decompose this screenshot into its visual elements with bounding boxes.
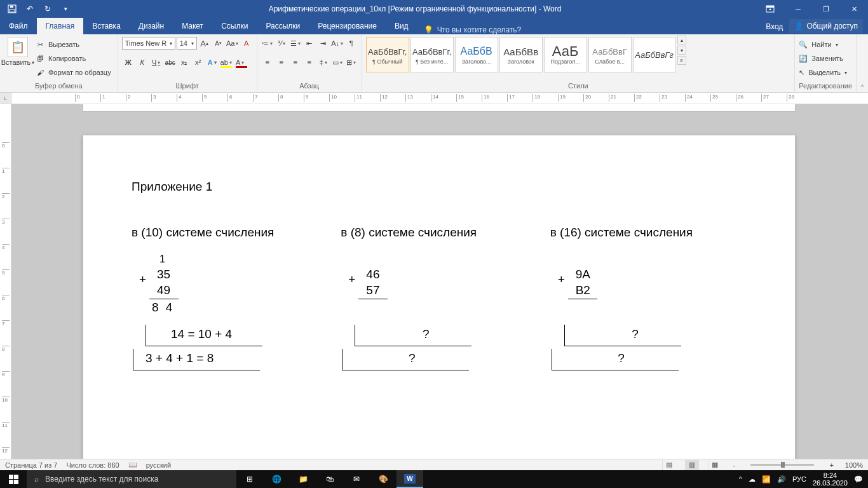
dec-indent-button[interactable]: ⇤ [303,37,316,50]
mail-icon[interactable]: ✉ [343,470,370,488]
style-normal[interactable]: АаБбВвГг,¶ Обычный [366,37,409,72]
tab-design[interactable]: Дизайн [130,18,173,34]
style-subtitle[interactable]: АаБПодзагол... [544,37,587,72]
tray-wifi-icon[interactable]: 📶 [762,475,771,484]
page[interactable]: Приложение 1 в (10) системе счисления 1 … [83,135,796,459]
save-icon[interactable] [4,1,20,17]
tray-volume-icon[interactable]: 🔊 [777,475,786,484]
font-name-select[interactable]: Times New R▾ [122,37,175,50]
clear-format-button[interactable]: A [240,37,253,50]
status-words[interactable]: Число слов: 860 [66,461,119,469]
ruler-vertical[interactable]: 01234567891011121314 [0,104,11,459]
text-effects-button[interactable]: A [206,56,219,69]
tab-home[interactable]: Главная [37,18,84,34]
justify-button[interactable]: ≡ [303,56,316,69]
shading-button[interactable]: ▭ [331,56,344,69]
status-language[interactable]: русский [146,461,171,469]
collapse-ribbon-button[interactable]: ^ [857,34,868,92]
group-label-font: Шрифт [122,82,253,92]
scissors-icon: ✂ [36,41,44,49]
find-button[interactable]: 🔍Найти ▾ [799,38,847,51]
undo-icon[interactable]: ↶ [22,1,38,17]
zoom-level[interactable]: 100% [845,461,863,469]
tab-mailings[interactable]: Рассылки [257,18,309,34]
store-icon[interactable]: 🛍 [316,470,343,488]
maximize-icon[interactable]: ❐ [812,0,840,18]
format-painter-button[interactable]: 🖌Формат по образцу [36,66,111,79]
subscript-button[interactable]: x₂ [178,56,191,69]
ruler-horizontal[interactable]: L 01234567891011121314151617181920212223… [0,93,868,104]
edge-icon[interactable]: 🌐 [263,470,290,488]
document-content[interactable]: Приложение 1 в (10) системе счисления 1 … [132,180,747,370]
bullets-button[interactable]: ≔ [261,37,274,50]
taskbar-clock[interactable]: 8:24 26.03.2020 [813,471,848,487]
signin-link[interactable]: Вход [766,22,783,31]
style-heading1[interactable]: АаБбВЗаголово... [455,37,498,72]
align-left-button[interactable]: ≡ [261,56,274,69]
view-read-button[interactable]: ▤ [662,460,676,470]
select-button[interactable]: ↖Выделить ▾ [799,66,847,79]
numbering-button[interactable]: ⅟ [275,37,288,50]
style-subtle[interactable]: АаБбВвГСлабое в... [588,37,632,72]
tray-onedrive-icon[interactable]: ☁ [749,475,756,484]
cut-button[interactable]: ✂Вырезать [36,38,111,51]
align-center-button[interactable]: ≡ [275,56,288,69]
highlight-button[interactable]: ab [220,56,233,69]
tab-file[interactable]: Файл [0,18,37,34]
tray-lang[interactable]: РУС [792,475,806,483]
zoom-slider[interactable] [750,464,814,466]
show-marks-button[interactable]: ¶ [345,37,358,50]
grow-font-button[interactable]: A▴ [198,37,211,50]
view-print-button[interactable]: ▥ [685,460,699,470]
view-web-button[interactable]: ▦ [708,460,722,470]
tab-references[interactable]: Ссылки [212,18,257,34]
sort-button[interactable]: A↓ [331,37,344,50]
close-icon[interactable]: ✕ [840,0,868,18]
align-right-button[interactable]: ≡ [289,56,302,69]
tab-review[interactable]: Рецензирование [309,18,386,34]
spellcheck-icon[interactable]: 📖 [128,461,137,469]
document-scroll[interactable]: Приложение 1 в (10) системе счисления 1 … [11,104,868,459]
style-emphasis[interactable]: АаБбВвГг [633,37,676,72]
change-case-button[interactable]: Aa [226,37,239,50]
italic-button[interactable]: К [136,56,149,69]
inc-indent-button[interactable]: ⇥ [317,37,330,50]
taskbar-search[interactable]: ⌕ Введите здесь текст для поиска [27,470,236,488]
line-spacing-button[interactable]: ‡ [317,56,330,69]
start-button[interactable] [0,470,27,488]
col2-step2: ? [351,349,469,370]
font-size-select[interactable]: 14▾ [177,37,197,50]
multilevel-button[interactable]: ☰ [289,37,302,50]
underline-button[interactable]: Ч [150,56,163,69]
shrink-font-button[interactable]: A▾ [212,37,225,50]
tab-insert[interactable]: Вставка [83,18,130,34]
redo-icon[interactable]: ↻ [39,1,56,17]
style-title[interactable]: АаБбВвЗаголовок [499,37,543,72]
paste-button[interactable]: 📋 Вставить▾ [4,36,32,66]
tray-chevron-icon[interactable]: ^ [739,475,742,483]
font-color-button[interactable]: A [234,56,247,69]
style-nospacing[interactable]: АаБбВвГг,¶ Без инте... [410,37,454,72]
styles-more[interactable]: ▴▾≡ [677,36,686,65]
tell-me[interactable]: 💡 Что вы хотите сделать? [417,25,522,34]
strike-button[interactable]: abc [164,56,177,69]
explorer-icon[interactable]: 📁 [290,470,316,488]
copy-button[interactable]: 🗐Копировать [36,52,111,65]
bold-button[interactable]: Ж [122,56,135,69]
task-view-button[interactable]: ⊞ [236,470,263,488]
word-icon[interactable]: W [397,470,423,488]
share-button[interactable]: 👤 Общий доступ [789,19,863,33]
superscript-button[interactable]: x² [192,56,205,69]
borders-button[interactable]: ⊞ [345,56,358,69]
qat-customize-icon[interactable]: ▾ [57,1,74,17]
tab-view[interactable]: Вид [386,18,417,34]
action-center-icon[interactable]: 💬 [854,475,863,484]
tab-layout[interactable]: Макет [173,18,212,34]
paint-icon[interactable]: 🎨 [370,470,397,488]
ribbon-options-icon[interactable] [756,0,784,18]
zoom-in-button[interactable]: + [827,461,836,469]
minimize-icon[interactable]: ─ [784,0,812,18]
zoom-out-button[interactable]: - [731,461,738,469]
replace-button[interactable]: 🔄Заменить [799,52,847,65]
status-page[interactable]: Страница 7 из 7 [5,461,57,469]
